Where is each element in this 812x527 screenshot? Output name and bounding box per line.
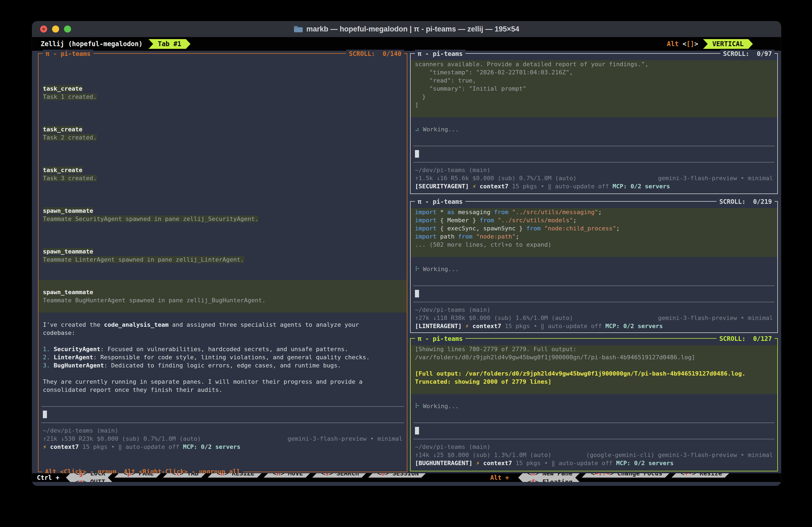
- pane-linter-agent[interactable]: π - pi-teams SCROLL: 0/219 import * as m…: [410, 201, 778, 333]
- keybar-search[interactable]: <s> SEARCH: [312, 473, 366, 478]
- terminal-line: [39, 142, 407, 150]
- keybar-quit[interactable]: <q> QUIT: [66, 478, 112, 482]
- terminal-line: [39, 223, 407, 231]
- text-segment: t: [176, 473, 180, 477]
- keybar-change-focus[interactable]: <←↓↑→> Change Focus: [582, 473, 669, 478]
- text-segment: Task 2 created.: [43, 134, 97, 141]
- scroll-indicator: SCROLL: 0/97: [720, 49, 774, 58]
- terminal-line: [411, 109, 777, 117]
- screen: markb — hopeful-megalodon | π - pi-teams…: [0, 0, 812, 527]
- text-segment: as: [447, 209, 454, 215]
- scroll-indicator: SCROLL: 0/127: [716, 334, 774, 343]
- minimize-button[interactable]: [52, 26, 59, 32]
- tab-1[interactable]: Tab #1: [149, 39, 191, 49]
- terminal-line: 3. BugHunterAgent: Dedicated to finding …: [39, 361, 407, 370]
- separator-line: [411, 435, 777, 443]
- window-controls: [40, 26, 71, 32]
- text-segment: }: [415, 93, 426, 100]
- separator-line: [411, 418, 777, 427]
- text-segment: code_analysis_team: [104, 321, 169, 328]
- text-segment: BugHunterAgent: [54, 362, 104, 369]
- text-segment: import: [415, 209, 436, 215]
- text-segment: ]: [415, 101, 419, 108]
- terminal-line: ↑27k ↓118 R38k $0.000 (sub) 1.6%/1.0M (a…: [411, 314, 777, 322]
- text-segment: n: [531, 473, 535, 477]
- text-segment: "timestamp": "2026-02-22T01:04:03.216Z",: [415, 69, 573, 76]
- text-segment: task_create: [43, 85, 83, 92]
- text-segment: "../src/utils/models": [498, 217, 573, 224]
- text-segment: : Dedicated to finding logic errors, edg…: [104, 362, 341, 369]
- terminal-line: Task 3 created.: [39, 174, 407, 182]
- terminal-line: [39, 199, 407, 207]
- text-segment: I've created the: [43, 321, 104, 328]
- session-name: Zellij (hopeful-megalodon): [32, 40, 143, 48]
- keybar-floating[interactable]: <f> Floating: [518, 478, 580, 482]
- window-title-area: markb — hopeful-megalodon | π - pi-teams…: [32, 21, 781, 37]
- text-segment: <: [75, 473, 79, 477]
- text-segment: MCP: 0/2 servers: [616, 460, 674, 467]
- text-segment: { Member }: [436, 217, 479, 224]
- text-segment: 15 pkgs: [79, 443, 111, 450]
- terminal-line: [411, 386, 777, 394]
- text-segment: LinterAgent: [54, 354, 93, 361]
- text-segment: MCP: 0/2 servers: [605, 323, 663, 329]
- text-segment: <: [591, 473, 595, 477]
- text-segment: [SECURITYAGENT]: [415, 183, 473, 190]
- text-segment: > MOVE: [280, 473, 303, 477]
- pane-team-lead[interactable]: π - pi-teams SCROLL: 0/140 task_createTa…: [38, 53, 407, 472]
- terminal-line: [39, 280, 407, 288]
- terminal-line: [SECURITYAGENT] ⚡ context7 15 pkgs • ‖ a…: [411, 182, 777, 190]
- separator-line: [39, 418, 407, 427]
- macos-titlebar: markb — hopeful-megalodon | π - pi-teams…: [32, 21, 781, 37]
- pane-bughunter-agent[interactable]: π - pi-teams SCROLL: 0/127 [Showing line…: [410, 338, 778, 471]
- mode-badge-vertical: VERTICAL: [703, 39, 753, 49]
- text-segment: s: [325, 473, 329, 477]
- terminal-line: ↑21k ↓530 R23k $0.000 (sub) 0.7%/1.0M (a…: [39, 435, 407, 443]
- text-segment: ;: [516, 233, 519, 240]
- text-segment: ~/dev/pi-teams (main): [415, 307, 490, 313]
- text-segment: context7: [483, 460, 512, 467]
- keybar-lock[interactable]: <g> LOCK: [66, 473, 112, 478]
- pane-title: π - pi-teams: [43, 49, 93, 58]
- separator-line: [411, 158, 777, 166]
- text-segment: <: [378, 473, 381, 477]
- text-segment: Working...: [423, 126, 459, 133]
- keybar-pane[interactable]: <p> PANE: [114, 473, 161, 478]
- terminal-line: ~/dev/pi-teams (main): [39, 427, 407, 435]
- keybar-new-pane[interactable]: <n> New Pane: [518, 473, 580, 478]
- text-segment: 2.: [43, 354, 54, 361]
- terminal-line: "timestamp": "2026-02-22T01:04:03.216Z",: [411, 68, 777, 76]
- text-segment: { execSync, spawnSync }: [436, 225, 526, 232]
- keybar-tab[interactable]: <t> TAB: [163, 473, 206, 478]
- keybar-session[interactable]: <o> SESSION: [368, 473, 426, 478]
- text-segment: task_create: [43, 167, 83, 173]
- terminal-line: ]: [411, 101, 777, 109]
- terminal-line: ⚡ context7 15 pkgs • ‖ auto-update off M…: [39, 443, 407, 451]
- keybar-resize[interactable]: <n> RESIZE: [208, 473, 262, 478]
- terminal-line: }: [411, 93, 777, 101]
- text-segment: • ‖ auto-update off: [544, 460, 616, 467]
- terminal-line: spawn_teammate: [39, 207, 407, 215]
- text-segment: ~/dev/pi-teams (main): [43, 427, 118, 434]
- pane-security-agent[interactable]: π - pi-teams SCROLL: 0/97 scanners avail…: [410, 53, 778, 194]
- text-segment: gemini-3-flash-preview • minimal: [658, 175, 773, 182]
- terminal-line: [LINTERAGENT] ⚡ context7 15 pkgs • ‖ aut…: [411, 322, 777, 330]
- terminal-line: "read": true,: [411, 76, 777, 85]
- text-segment: • ‖ auto-update off: [111, 443, 183, 450]
- text-segment: : Focused on vulnerabilities, hardcoded …: [100, 346, 348, 353]
- pane-title: π - pi-teams: [415, 49, 465, 58]
- text-segment: context7: [479, 183, 508, 190]
- keybar-resize[interactable]: <+-> Resize: [671, 473, 729, 478]
- terminal-line: [39, 109, 407, 117]
- text-segment: from: [494, 209, 508, 215]
- cursor-line: [411, 427, 777, 435]
- terminal-line: [39, 101, 407, 109]
- alt-hint-brackets: []: [686, 40, 694, 48]
- separator-line: [39, 402, 407, 410]
- zoom-button[interactable]: [64, 26, 71, 32]
- text-segment: import: [415, 233, 436, 240]
- terminal-line: [411, 410, 777, 418]
- text-segment: f: [531, 479, 535, 482]
- keybar-move[interactable]: <h> MOVE: [264, 473, 310, 478]
- close-button[interactable]: [40, 26, 47, 32]
